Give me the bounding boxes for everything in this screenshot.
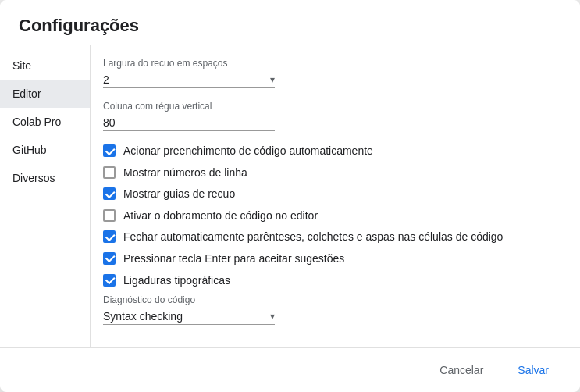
settings-dialog: Configurações SiteEditorColab ProGitHubD… bbox=[0, 0, 580, 392]
sidebar-item-site[interactable]: Site bbox=[0, 52, 90, 80]
diagnostics-select-wrapper[interactable]: Syntax checkingNone ▾ bbox=[103, 308, 275, 325]
sidebar-item-editor[interactable]: Editor bbox=[0, 80, 90, 108]
diagnostics-select[interactable]: Syntax checkingNone bbox=[103, 308, 267, 324]
indent-select[interactable]: 2 4 bbox=[103, 72, 267, 87]
checkbox-box-line-numbers bbox=[103, 166, 116, 179]
diagnostics-label: Diagnóstico do código bbox=[103, 294, 561, 305]
checkbox-label-folding: Ativar o dobramento de código no editor bbox=[123, 208, 318, 224]
sidebar-item-diversos[interactable]: Diversos bbox=[0, 164, 90, 192]
dialog-title: Configurações bbox=[0, 0, 580, 45]
column-label: Coluna com régua vertical bbox=[103, 101, 561, 112]
sidebar: SiteEditorColab ProGitHubDiversos bbox=[0, 45, 90, 347]
column-field-group: Coluna com régua vertical bbox=[103, 101, 561, 131]
checkbox-label-auto-close: Fechar automaticamente parênteses, colch… bbox=[123, 230, 503, 245]
sidebar-item-github[interactable]: GitHub bbox=[0, 136, 90, 164]
content-area: Largura do recuo em espaços 2 4 ▾ Coluna… bbox=[90, 45, 580, 347]
cancel-button[interactable]: Cancelar bbox=[427, 358, 496, 383]
save-button[interactable]: Salvar bbox=[505, 358, 561, 383]
indent-select-arrow-icon: ▾ bbox=[270, 74, 275, 85]
checkbox-label-ligatures: Ligaduras tipográficas bbox=[123, 273, 230, 289]
checkbox-label-autocomplete: Acionar preenchimento de código automati… bbox=[123, 144, 373, 159]
sidebar-item-colab-pro[interactable]: Colab Pro bbox=[0, 108, 90, 136]
checkbox-item-auto-close[interactable]: Fechar automaticamente parênteses, colch… bbox=[103, 230, 561, 245]
checkbox-item-indent-guides[interactable]: Mostrar guias de recuo bbox=[103, 187, 561, 202]
dialog-body: SiteEditorColab ProGitHubDiversos Largur… bbox=[0, 45, 580, 347]
checkboxes-list: Acionar preenchimento de código automati… bbox=[103, 144, 561, 288]
checkbox-label-line-numbers: Mostrar números de linha bbox=[123, 166, 247, 181]
checkbox-box-enter-suggestions bbox=[103, 252, 116, 265]
column-input[interactable] bbox=[103, 115, 275, 131]
checkbox-box-folding bbox=[103, 209, 116, 222]
indent-label: Largura do recuo em espaços bbox=[103, 58, 561, 69]
checkbox-item-enter-suggestions[interactable]: Pressionar tecla Enter para aceitar suge… bbox=[103, 251, 561, 267]
checkbox-item-autocomplete[interactable]: Acionar preenchimento de código automati… bbox=[103, 144, 561, 159]
checkbox-item-ligatures[interactable]: Ligaduras tipográficas bbox=[103, 273, 561, 289]
checkbox-label-enter-suggestions: Pressionar tecla Enter para aceitar suge… bbox=[123, 251, 344, 267]
checkbox-item-line-numbers[interactable]: Mostrar números de linha bbox=[103, 166, 561, 181]
checkbox-box-indent-guides bbox=[103, 187, 116, 200]
indent-select-wrapper[interactable]: 2 4 ▾ bbox=[103, 72, 275, 88]
indent-field-group: Largura do recuo em espaços 2 4 ▾ bbox=[103, 58, 561, 88]
checkbox-box-ligatures bbox=[103, 274, 116, 287]
checkbox-box-auto-close bbox=[103, 230, 116, 243]
checkbox-label-indent-guides: Mostrar guias de recuo bbox=[123, 187, 235, 202]
dialog-footer: Cancelar Salvar bbox=[0, 347, 580, 392]
checkbox-item-folding[interactable]: Ativar o dobramento de código no editor bbox=[103, 208, 561, 224]
diagnostics-select-arrow-icon: ▾ bbox=[270, 311, 275, 322]
checkbox-box-autocomplete bbox=[103, 144, 116, 157]
